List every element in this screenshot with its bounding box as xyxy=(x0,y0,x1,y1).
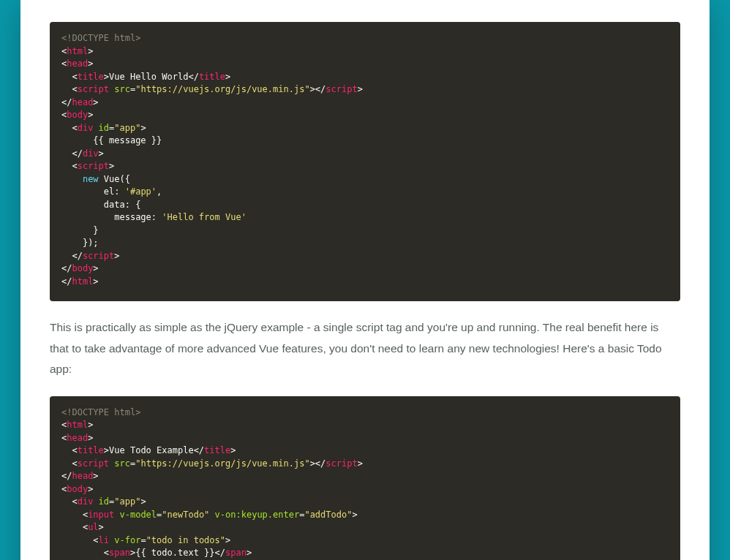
explanation-paragraph: This is practically as simple as the jQu… xyxy=(50,317,680,380)
code-block-hello-world: <!DOCTYPE html> <html> <head> <title>Vue… xyxy=(50,22,680,301)
code-doctype: <!DOCTYPE html> xyxy=(61,33,140,43)
code-block-todo: <!DOCTYPE html> <html> <head> <title>Vue… xyxy=(50,396,680,561)
code-doctype: <!DOCTYPE html> xyxy=(61,407,140,417)
article-page: <!DOCTYPE html> <html> <head> <title>Vue… xyxy=(20,0,710,560)
